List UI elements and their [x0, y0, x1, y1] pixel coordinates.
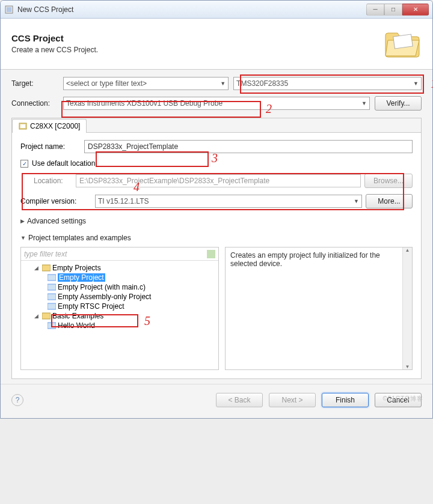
back-button: < Back [216, 393, 263, 407]
folder-icon [42, 312, 51, 320]
help-button[interactable]: ? [11, 394, 23, 406]
location-label: Location: [34, 177, 72, 185]
target-device-text: TMS320F28335 [236, 79, 288, 88]
dialog-window: New CCS Project ─ □ ✕ CCS Project Create… [0, 0, 433, 419]
chevron-down-icon: ▼ [220, 80, 226, 87]
target-filter-combo[interactable]: <select or type filter text> ▼ [63, 77, 229, 90]
chevron-down-icon: ▼ [413, 80, 419, 87]
tree-item-empty-project-mainc[interactable]: Empty Project (with main.c) [22, 282, 217, 292]
scrollbar[interactable]: ▲ ▼ [402, 247, 412, 369]
connection-combo[interactable]: Texas Instruments XDS100v1 USB Debug Pro… [63, 97, 370, 110]
finish-button[interactable]: Finish [322, 393, 369, 407]
cancel-button[interactable]: Cancel [375, 393, 422, 407]
more-button[interactable]: More... [366, 194, 413, 208]
titlebar: New CCS Project ─ □ ✕ [1, 1, 432, 19]
folder-icon [383, 27, 422, 59]
project-icon [48, 284, 56, 291]
triangle-down-icon: ▼ [20, 235, 26, 241]
collapse-icon: ◢ [34, 313, 40, 319]
template-filter-input[interactable]: type filter text [21, 247, 218, 261]
template-tree-panel: type filter text ◢ Empty Projects [20, 247, 219, 370]
chip-icon [19, 123, 27, 130]
scroll-up-icon: ▲ [405, 247, 410, 253]
close-button[interactable]: ✕ [402, 4, 429, 16]
project-name-input[interactable]: DSP2833x_ProjectTemplate [84, 140, 413, 153]
tree-item-empty-rtsc[interactable]: Empty RTSC Project [22, 302, 217, 311]
project-icon [48, 274, 56, 281]
compiler-value: TI v15.12.1.LTS [98, 197, 149, 205]
tab-area: C28XX [C2000] Project name: DSP2833x_Pro… [11, 118, 422, 379]
svg-rect-4 [20, 124, 25, 128]
project-icon [48, 322, 56, 329]
verify-button[interactable]: Verify... [375, 96, 422, 111]
window-controls: ─ □ ✕ [366, 4, 429, 16]
compiler-label: Compiler version: [20, 197, 91, 205]
folder-icon [42, 264, 51, 272]
connection-value: Texas Instruments XDS100v1 USB Debug Pro… [66, 99, 223, 108]
chevron-down-icon: ▼ [361, 100, 367, 106]
project-icon [48, 303, 56, 310]
target-device-combo[interactable]: TMS320F28335 ▼ [233, 77, 422, 90]
target-filter-text: <select or type filter text> [66, 79, 147, 88]
svg-rect-5 [42, 265, 51, 271]
dialog-footer: ? < Back Next > Finish Cancel [1, 384, 432, 418]
header-banner: CCS Project Create a new CCS Project. [1, 19, 432, 70]
chevron-down-icon: ▼ [354, 198, 359, 204]
svg-rect-10 [42, 313, 51, 319]
window-title: New CCS Project [17, 5, 366, 14]
use-default-checkbox[interactable]: ✓ [20, 160, 28, 168]
location-input: E:\DSP8233x_ProjectExample\DSP2833x_Proj… [76, 174, 361, 187]
project-icon [48, 293, 56, 300]
collapse-icon: ◢ [34, 265, 40, 271]
triangle-right-icon: ▶ [20, 218, 25, 224]
target-label: Target: [11, 79, 58, 88]
tree-item-empty-asm[interactable]: Empty Assembly-only Project [22, 292, 217, 302]
tree-item-empty-project[interactable]: Empty Project [22, 273, 217, 282]
browse-button: Browse... [364, 174, 413, 188]
use-default-label: Use default location [32, 159, 95, 168]
tree-group-basic-examples[interactable]: ◢ Basic Examples [22, 311, 217, 321]
svg-rect-7 [48, 284, 56, 290]
templates-toggle[interactable]: ▼ Project templates and examples [20, 234, 413, 242]
page-title: CCS Project [11, 33, 98, 43]
maximize-button[interactable]: □ [384, 4, 402, 16]
minimize-button[interactable]: ─ [366, 4, 384, 16]
tree-item-hello-world[interactable]: Hello World [22, 321, 217, 330]
tree-group-empty-projects[interactable]: ◢ Empty Projects [22, 263, 217, 273]
connection-label: Connection: [11, 99, 58, 108]
next-button: Next > [269, 393, 316, 407]
svg-rect-9 [48, 303, 56, 309]
page-subtitle: Create a new CCS Project. [11, 46, 98, 54]
svg-rect-2 [393, 34, 413, 49]
tab-c28xx[interactable]: C28XX [C2000] [12, 119, 87, 133]
filter-indicator-icon [207, 250, 215, 258]
template-description: Creates an empty project fully initializ… [225, 247, 413, 370]
project-name-label: Project name: [20, 142, 81, 151]
svg-rect-1 [7, 7, 11, 12]
form-content: Target: <select or type filter text> ▼ T… [1, 70, 432, 384]
advanced-settings-toggle[interactable]: ▶ Advanced settings [20, 217, 413, 225]
tab-label: C28XX [C2000] [30, 122, 80, 130]
scroll-down-icon: ▼ [405, 364, 410, 369]
svg-rect-11 [48, 323, 56, 329]
compiler-combo[interactable]: TI v15.12.1.LTS ▼ [95, 195, 362, 208]
svg-rect-6 [48, 275, 56, 281]
app-icon [4, 5, 14, 14]
svg-rect-8 [48, 294, 56, 300]
